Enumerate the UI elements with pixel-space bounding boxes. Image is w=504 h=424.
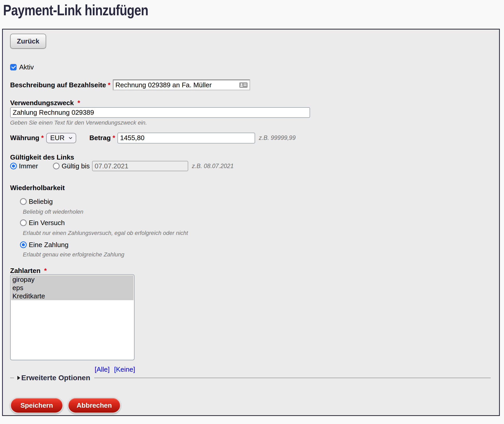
- purpose-required-asterisk: *: [78, 99, 80, 107]
- purpose-label-row: Verwendungszweck *: [10, 99, 494, 106]
- description-required-asterisk: *: [108, 81, 110, 89]
- repeatability-option-beliebig: Beliebig: [20, 198, 494, 205]
- payment-methods-label-row: Zahlarten *: [10, 267, 494, 274]
- currency-required-asterisk: *: [41, 134, 44, 142]
- description-label: Beschreibung auf Bezahlseite: [10, 81, 106, 89]
- currency-select-value: EUR: [50, 134, 65, 142]
- select-all-link[interactable]: [Alle]: [95, 365, 110, 373]
- back-button[interactable]: Zurück: [10, 34, 46, 49]
- repeatability-option-eine-zahlung: Eine Zahlung: [20, 241, 494, 248]
- repeatability-radio-ein-versuch-label[interactable]: Ein Versuch: [29, 219, 65, 227]
- select-none-link[interactable]: [Keine]: [114, 365, 135, 373]
- repeatability-help-eine-zahlung: Erlaubt genau eine erfolgreiche Zahlung: [23, 251, 494, 257]
- payment-method-option-eps[interactable]: eps: [11, 284, 134, 292]
- validity-label: Gültigkeit des Links: [10, 154, 494, 161]
- repeatability-label: Wiederholbarkeit: [10, 184, 494, 191]
- save-button[interactable]: Speichern: [10, 397, 63, 413]
- repeatability-option-ein-versuch: Ein Versuch: [20, 219, 494, 226]
- amount-label: Betrag: [89, 134, 111, 142]
- currency-label: Währung: [10, 134, 39, 142]
- chevron-down-icon: [68, 136, 73, 140]
- active-row: Aktiv: [10, 64, 494, 70]
- divider-dash: [10, 378, 14, 378]
- payment-methods-required-asterisk: *: [44, 267, 47, 275]
- repeatability-radio-eine-zahlung-label[interactable]: Eine Zahlung: [29, 241, 68, 249]
- payment-link-form-panel: Zurück Aktiv Beschreibung auf Bezahlseit…: [2, 29, 500, 416]
- purpose-input[interactable]: [10, 107, 310, 118]
- description-input[interactable]: Rechnung 029389 an Fa. Müller: [113, 80, 250, 90]
- page-title: Payment-Link hinzufügen: [3, 1, 414, 19]
- payment-methods-links: [Alle] [Keine]: [10, 365, 135, 372]
- validity-radio-gueltig-bis[interactable]: [53, 163, 60, 169]
- active-checkbox[interactable]: [10, 64, 17, 70]
- description-input-value: Rechnung 029389 an Fa. Müller: [115, 81, 239, 89]
- repeatability-help-ein-versuch: Erlaubt nur einen Zahlungsversuch, egal …: [23, 230, 494, 236]
- amount-input[interactable]: [117, 133, 255, 143]
- advanced-options-toggle[interactable]: Erweiterte Optionen: [21, 374, 90, 382]
- repeatability-radio-beliebig[interactable]: [20, 198, 27, 205]
- triangle-right-icon[interactable]: [17, 376, 20, 380]
- divider-line: [94, 378, 491, 378]
- validity-hint: z.B. 08.07.2021: [192, 163, 234, 170]
- valid-until-date-input[interactable]: [92, 161, 188, 171]
- validity-radio-gueltig-bis-label[interactable]: Gültig bis: [62, 162, 90, 170]
- payment-method-option-kreditkarte[interactable]: Kreditkarte: [11, 292, 134, 300]
- amount-required-asterisk: *: [113, 134, 115, 142]
- repeatability-radio-ein-versuch[interactable]: [20, 219, 27, 226]
- contact-card-icon[interactable]: [239, 82, 248, 88]
- purpose-label: Verwendungszweck: [10, 99, 74, 107]
- repeatability-radio-beliebig-label[interactable]: Beliebig: [29, 198, 53, 206]
- currency-amount-row: Währung * EUR Betrag * z.B. 99999,99: [10, 132, 494, 143]
- validity-radio-immer[interactable]: [10, 163, 17, 169]
- form-actions: Speichern Abbrechen: [10, 397, 494, 413]
- validity-row: Immer Gültig bis z.B. 08.07.2021: [10, 161, 494, 171]
- repeatability-radio-eine-zahlung[interactable]: [20, 241, 27, 248]
- payment-method-option-giropay[interactable]: giropay: [11, 275, 134, 284]
- validity-radio-immer-label[interactable]: Immer: [19, 162, 38, 170]
- repeatability-help-beliebig: Beliebig oft wiederholen: [23, 209, 494, 214]
- payment-methods-listbox[interactable]: giropay eps Kreditkarte: [10, 274, 135, 360]
- cancel-button[interactable]: Abbrechen: [68, 397, 121, 413]
- advanced-options-row: Erweiterte Optionen: [10, 374, 494, 382]
- payment-methods-label: Zahlarten: [10, 267, 40, 275]
- currency-select[interactable]: EUR: [46, 133, 76, 143]
- description-row: Beschreibung auf Bezahlseite * Rechnung …: [10, 79, 494, 91]
- active-checkbox-label[interactable]: Aktiv: [19, 63, 34, 71]
- purpose-help-text: Geben Sie einen Text für den Verwendungs…: [10, 120, 494, 126]
- amount-hint: z.B. 99999,99: [259, 134, 296, 141]
